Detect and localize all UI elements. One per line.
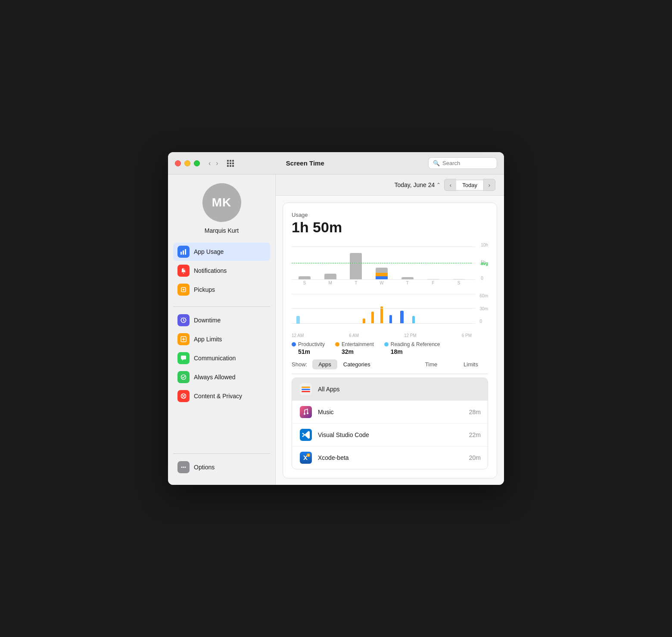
svg-point-11	[181, 467, 183, 468]
day-label-m: M	[317, 281, 343, 285]
sidebar-item-communication[interactable]: Communication	[173, 349, 270, 367]
prev-day-button[interactable]: ‹	[444, 179, 456, 191]
sidebar-label-communication: Communication	[194, 355, 236, 362]
main-content: MK Marquis Kurt App Usage	[168, 175, 504, 485]
legend-reading-label: Reading & Reference	[391, 341, 440, 347]
apps-grid-icon[interactable]	[227, 160, 234, 167]
week-bar-m	[317, 274, 343, 280]
legend-productivity: Productivity 51m	[292, 341, 325, 355]
avatar: MK	[202, 183, 241, 222]
svg-rect-16	[302, 389, 310, 390]
show-tabs: Apps Categories	[312, 359, 376, 369]
notifications-icon: 3	[177, 265, 190, 277]
time-label-12pm: 12 PM	[404, 333, 417, 338]
daily-bar-6am-2	[369, 312, 377, 324]
all-apps-name: All Apps	[318, 386, 481, 393]
sidebar-divider-2	[173, 453, 270, 454]
sidebar-item-pickups[interactable]: Pickups	[173, 281, 270, 299]
sidebar-item-app-limits[interactable]: App Limits	[173, 330, 270, 348]
time-label-6pm: 6 PM	[462, 333, 472, 338]
sidebar-bottom: Options	[173, 449, 270, 476]
search-box[interactable]: 🔍	[428, 157, 497, 169]
sidebar-section-main: App Usage 3 Notifications	[173, 243, 270, 299]
daily-gridline-bottom	[292, 323, 475, 324]
legend-reading-time: 18m	[384, 348, 440, 355]
day-label-s2: S	[446, 281, 472, 285]
sidebar-item-always-allowed[interactable]: Always Allowed	[173, 368, 270, 386]
search-input[interactable]	[442, 160, 492, 166]
svg-text:β: β	[308, 454, 309, 456]
sidebar-item-options[interactable]: Options	[173, 458, 270, 476]
day-label-t2: T	[395, 281, 420, 285]
daily-y-60m: 60m	[480, 294, 488, 298]
svg-rect-2	[185, 249, 186, 255]
always-allowed-icon	[177, 371, 190, 383]
avg-label: avg	[481, 261, 488, 266]
svg-point-19	[304, 413, 305, 415]
time-labels-row: 12 AM 6 AM 12 PM 6 PM	[292, 333, 488, 338]
app-row-all-apps[interactable]: All Apps	[292, 378, 488, 401]
daily-gridline-mid	[292, 308, 475, 309]
day-label-w: W	[369, 281, 395, 285]
nav-buttons: ‹ ›	[207, 159, 220, 168]
user-name: Marquis Kurt	[173, 227, 270, 234]
app-row-vscode[interactable]: Visual Studio Code 22m	[292, 424, 488, 447]
sidebar-item-app-usage[interactable]: App Usage	[173, 243, 270, 261]
col-header-time: Time	[414, 361, 448, 368]
sidebar: MK Marquis Kurt App Usage	[168, 175, 276, 485]
app-row-music[interactable]: Music 28m	[292, 401, 488, 424]
close-button[interactable]	[175, 160, 181, 166]
y-label-0w: 0	[481, 276, 488, 281]
sidebar-item-downtime[interactable]: Downtime	[173, 311, 270, 329]
day-label-f: F	[420, 281, 446, 285]
tab-categories[interactable]: Categories	[337, 359, 376, 369]
sidebar-label-options: Options	[194, 464, 215, 471]
music-app-name: Music	[318, 409, 469, 415]
daily-bar-6am-6	[410, 316, 418, 324]
forward-button[interactable]: ›	[214, 159, 220, 168]
vscode-app-name: Visual Studio Code	[318, 431, 469, 438]
date-selector[interactable]: Today, June 24 ⌃	[394, 181, 441, 188]
legend-productivity-time: 51m	[292, 348, 325, 355]
search-icon: 🔍	[433, 160, 440, 166]
maximize-button[interactable]	[194, 160, 200, 166]
sidebar-item-notifications[interactable]: 3 Notifications	[173, 262, 270, 280]
app-row-xcode-beta[interactable]: β Xcode-beta 20m	[292, 447, 488, 469]
sidebar-label-always-allowed: Always Allowed	[194, 374, 236, 381]
tab-apps[interactable]: Apps	[312, 359, 337, 369]
xcode-app-name: Xcode-beta	[318, 454, 469, 461]
daily-bar-6am-5	[395, 311, 409, 324]
time-label-6am: 6 AM	[349, 333, 359, 338]
music-app-time: 28m	[469, 409, 481, 415]
status-bar: Updated today at 10:27 AM ?	[283, 484, 497, 485]
week-bar-w-today	[369, 268, 395, 280]
sidebar-label-downtime: Downtime	[194, 317, 221, 324]
sidebar-section-controls: Downtime App Limits	[173, 311, 270, 405]
downtime-icon	[177, 314, 190, 326]
legend-entertainment: Entertainment 32m	[335, 341, 374, 355]
app-usage-icon	[177, 246, 190, 258]
window-title: Screen Time	[239, 159, 371, 167]
show-bar: Show: Apps Categories Time Limits	[292, 355, 488, 374]
music-app-icon	[299, 405, 313, 419]
today-button[interactable]: Today	[456, 180, 483, 190]
all-apps-icon	[299, 382, 313, 396]
reading-dot	[384, 342, 389, 347]
vscode-app-time: 22m	[469, 431, 481, 438]
y-label-10h: 10h	[481, 243, 488, 247]
avg-line	[292, 263, 472, 263]
options-icon	[177, 461, 190, 473]
week-day-labels: S M T W T F S	[292, 281, 488, 285]
legend-entertainment-time: 32m	[335, 348, 374, 355]
minimize-button[interactable]	[184, 160, 190, 166]
sidebar-item-content-privacy[interactable]: Content & Privacy	[173, 387, 270, 405]
avatar-initials: MK	[212, 196, 232, 209]
date-bar: Today, June 24 ⌃ ‹ Today ›	[276, 175, 504, 196]
sidebar-label-app-usage: App Usage	[194, 248, 224, 255]
daily-bars-row	[292, 294, 488, 324]
svg-rect-15	[302, 387, 310, 388]
weekly-bars-row	[292, 243, 488, 280]
next-day-button[interactable]: ›	[483, 179, 495, 191]
back-button[interactable]: ‹	[207, 159, 212, 168]
date-chevron-icon: ⌃	[436, 182, 441, 188]
